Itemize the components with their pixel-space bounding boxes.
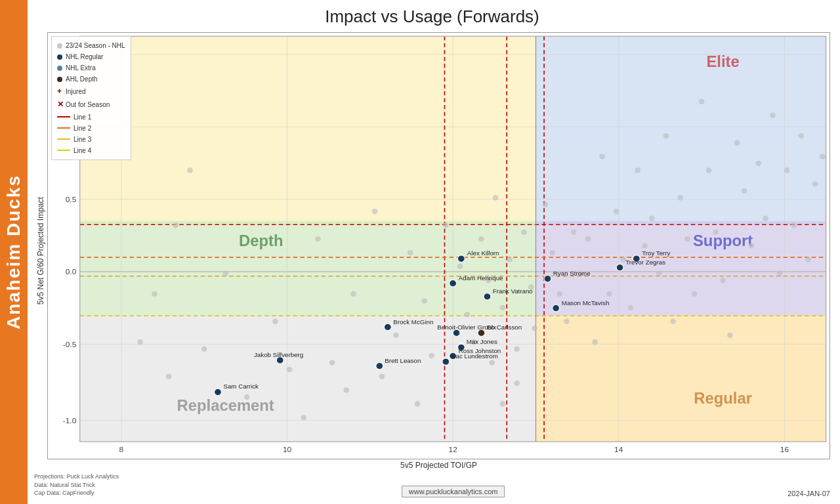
svg-point-90	[706, 167, 712, 173]
legend-label-season: 23/24 Season - NHL	[66, 40, 125, 51]
svg-point-140	[384, 324, 391, 330]
svg-text:Alex Killorn: Alex Killorn	[467, 249, 499, 257]
svg-point-69	[556, 291, 562, 297]
svg-text:Trevor Zegras: Trevor Zegras	[625, 259, 665, 266]
svg-point-136	[478, 329, 485, 336]
svg-point-119	[500, 401, 506, 406]
svg-point-98	[763, 216, 768, 221]
svg-text:Depth: Depth	[239, 232, 283, 249]
footer-projections: Projections: Puck Luck Analytics	[34, 472, 119, 481]
svg-point-109	[244, 394, 250, 400]
chart-svg: -1.0 -0.5 0.0 0.5 1.0 1.5 8 10 12 14 16	[48, 33, 830, 459]
svg-point-130	[484, 293, 491, 300]
svg-text:Bo Carlsson: Bo Carlsson	[487, 324, 522, 331]
svg-point-96	[749, 243, 755, 248]
svg-point-86	[677, 195, 683, 200]
svg-point-128	[616, 264, 623, 270]
svg-point-112	[343, 387, 349, 392]
footer-website: www.puckluckanalytics.com	[402, 486, 505, 497]
svg-rect-6	[536, 316, 826, 442]
svg-point-49	[393, 333, 399, 338]
svg-text:Brett Leason: Brett Leason	[385, 357, 421, 364]
svg-point-89	[699, 99, 705, 104]
svg-point-146	[376, 362, 383, 369]
svg-point-85	[670, 319, 676, 324]
svg-point-43	[222, 270, 228, 276]
svg-text:Max Jones: Max Jones	[467, 339, 497, 346]
legend-item-nhl-regular: NHL Regular	[57, 51, 125, 62]
svg-point-50	[408, 250, 413, 255]
svg-point-59	[489, 360, 495, 365]
svg-point-148	[442, 358, 450, 365]
legend-label-line4: Line 4	[74, 145, 91, 156]
svg-point-55	[464, 312, 470, 317]
svg-point-120	[457, 255, 465, 262]
legend-label-line2: Line 2	[74, 123, 91, 134]
legend-label-line1: Line 1	[74, 112, 91, 123]
svg-point-81	[642, 243, 648, 248]
svg-point-104	[805, 257, 811, 262]
svg-point-122	[450, 280, 457, 287]
footer-date: 2024-JAN-07	[788, 490, 830, 497]
svg-point-80	[635, 167, 640, 173]
footer-cap: Cap Data: CapFriendly	[34, 489, 119, 497]
legend-item-line4: Line 4	[57, 145, 125, 156]
svg-point-42	[187, 167, 193, 173]
footer-left: Projections: Puck Luck Analytics Data: N…	[34, 472, 119, 497]
svg-point-111	[301, 415, 306, 420]
svg-text:16: 16	[780, 445, 789, 453]
svg-point-88	[692, 291, 698, 297]
svg-point-83	[656, 270, 662, 276]
svg-point-62	[507, 257, 513, 262]
legend-item-injured: + Injured	[57, 85, 125, 98]
legend-dot-nhl-regular	[57, 54, 62, 60]
svg-text:12: 12	[449, 445, 457, 453]
svg-point-66	[532, 326, 537, 331]
svg-point-57	[478, 236, 484, 242]
legend-x-out: ✕	[57, 98, 62, 111]
svg-point-118	[514, 381, 520, 386]
svg-point-77	[614, 209, 620, 214]
legend-item-line1: Line 1	[57, 112, 125, 123]
legend-cross-injured: +	[57, 85, 62, 98]
main-content: Impact vs Usage (Forwards) 5v5 Net G/60 …	[28, 0, 840, 504]
svg-point-75	[599, 154, 605, 159]
svg-point-94	[734, 140, 740, 145]
legend-line-4	[57, 150, 70, 151]
team-name: Anaheim Ducks	[3, 175, 24, 329]
svg-text:Regular: Regular	[694, 390, 752, 408]
svg-point-93	[727, 333, 733, 338]
legend-item-nhl-extra: NHL Extra	[57, 62, 125, 74]
svg-point-67	[543, 202, 549, 207]
legend-label-nhl-regular: NHL Regular	[66, 51, 103, 62]
svg-point-87	[684, 236, 690, 242]
svg-point-54	[457, 264, 463, 269]
legend-label-injured: Injured	[66, 86, 86, 97]
svg-text:Frank Vatrano: Frank Vatrano	[493, 287, 533, 295]
legend-dot-nhl-extra	[57, 66, 62, 71]
legend-item-line2: Line 2	[57, 123, 125, 134]
svg-text:14: 14	[614, 445, 623, 453]
legend-label-ahl-depth: AHL Depth	[66, 74, 98, 85]
svg-point-68	[549, 250, 555, 255]
svg-point-91	[713, 229, 719, 234]
svg-point-48	[372, 209, 378, 214]
svg-point-76	[606, 291, 612, 297]
svg-text:Mason McTavish: Mason McTavish	[562, 299, 610, 306]
svg-text:Adam Henrique: Adam Henrique	[459, 274, 503, 282]
legend-box: 23/24 Season - NHL NHL Regular NHL Extra	[51, 36, 131, 160]
legend-line-1	[57, 116, 70, 117]
svg-point-117	[173, 222, 179, 228]
legend-item-line3: Line 3	[57, 134, 125, 145]
svg-point-44	[272, 319, 278, 324]
page-container: Anaheim Ducks Impact vs Usage (Forwards)…	[0, 0, 840, 504]
svg-point-102	[791, 222, 797, 228]
svg-point-99	[770, 112, 776, 117]
legend-line-2	[57, 127, 70, 129]
svg-point-115	[152, 291, 158, 297]
svg-point-106	[820, 154, 826, 159]
svg-rect-5	[80, 316, 536, 442]
svg-point-110	[287, 367, 293, 372]
svg-text:0.0: 0.0	[66, 267, 77, 276]
svg-point-51	[422, 298, 428, 303]
